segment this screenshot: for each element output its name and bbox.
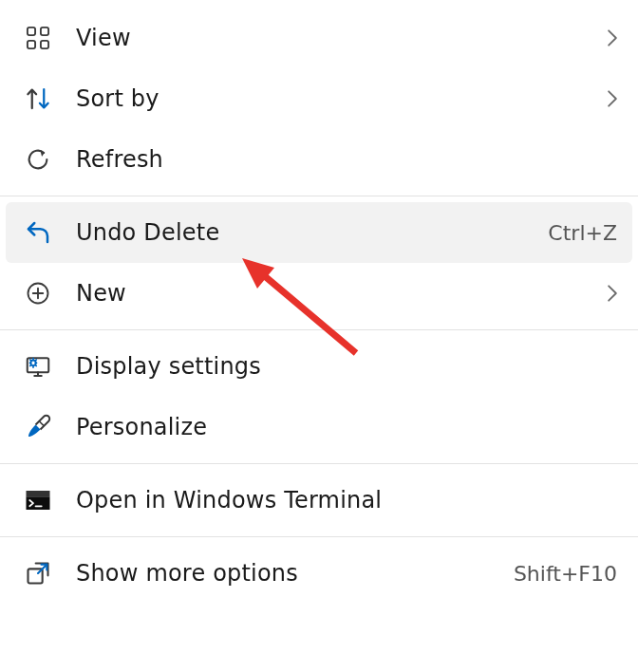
sort-icon (21, 82, 55, 116)
terminal-icon (21, 483, 55, 517)
menu-item-label: Open in Windows Terminal (76, 487, 621, 513)
personalize-icon (21, 410, 55, 444)
refresh-icon (21, 142, 55, 177)
accelerator: Shift+F10 (514, 562, 617, 586)
divider (0, 536, 638, 537)
menu-item-show-more[interactable]: Show more options Shift+F10 (0, 543, 638, 604)
menu-item-refresh[interactable]: Refresh (0, 129, 638, 190)
divider (0, 329, 638, 330)
menu-item-label: Sort by (76, 85, 598, 112)
menu-item-label: Display settings (76, 353, 621, 380)
menu-item-open-terminal[interactable]: Open in Windows Terminal (0, 470, 638, 531)
menu-item-display-settings[interactable]: Display settings (0, 336, 638, 397)
divider (0, 196, 638, 196)
menu-item-new[interactable]: New (0, 263, 638, 324)
svg-rect-7 (27, 491, 50, 496)
menu-item-label: New (76, 280, 598, 307)
svg-rect-8 (27, 496, 50, 510)
view-icon (21, 21, 55, 55)
menu-item-label: Show more options (76, 560, 514, 587)
chevron-right-icon (604, 29, 621, 47)
menu-item-label: View (76, 25, 598, 51)
menu-item-sort-by[interactable]: Sort by (0, 68, 638, 129)
chevron-right-icon (604, 285, 621, 302)
accelerator: Ctrl+Z (548, 221, 617, 245)
menu-item-personalize[interactable]: Personalize (0, 397, 638, 457)
svg-rect-0 (28, 28, 35, 35)
svg-rect-3 (41, 41, 48, 48)
undo-icon (21, 215, 55, 250)
menu-item-undo-delete[interactable]: Undo Delete Ctrl+Z (6, 202, 632, 263)
menu-item-label: Undo Delete (76, 219, 548, 246)
show-more-icon (21, 556, 55, 590)
context-menu: View Sort by (0, 0, 638, 611)
chevron-right-icon (604, 90, 621, 107)
menu-item-view[interactable]: View (0, 8, 638, 68)
divider (0, 463, 638, 464)
display-settings-icon (21, 349, 55, 383)
svg-rect-1 (41, 28, 48, 35)
new-icon (21, 276, 55, 310)
menu-item-label: Refresh (76, 146, 621, 173)
menu-item-label: Personalize (76, 414, 621, 440)
svg-rect-2 (28, 41, 35, 48)
